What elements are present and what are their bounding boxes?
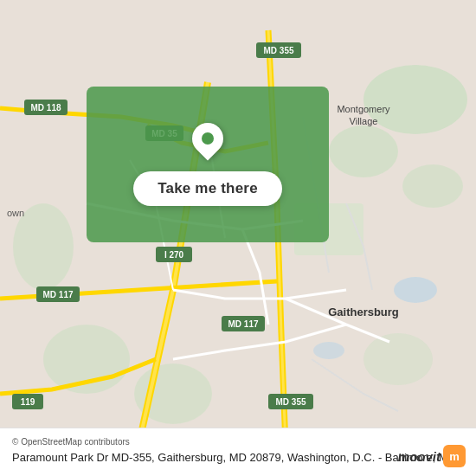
action-overlay: Take me there <box>87 87 329 242</box>
svg-text:m: m <box>449 450 460 463</box>
svg-text:119: 119 <box>21 397 35 407</box>
svg-text:MD 117: MD 117 <box>228 319 258 329</box>
take-me-there-button[interactable]: Take me there <box>133 171 282 206</box>
svg-text:MD 117: MD 117 <box>42 290 73 299</box>
svg-text:Gaithersburg: Gaithersburg <box>328 306 399 318</box>
svg-text:Montgomery: Montgomery <box>337 104 390 114</box>
map-container: MD 355 MD 118 MD 35 I 270 MD 117 MD 117 … <box>0 0 476 476</box>
svg-text:own: own <box>7 208 24 218</box>
svg-text:MD 118: MD 118 <box>30 103 61 113</box>
svg-point-2 <box>329 125 398 177</box>
moovit-icon: m <box>443 445 466 467</box>
openstreetmap-credit: © OpenStreetMap contributors <box>12 437 464 447</box>
svg-point-3 <box>402 164 463 208</box>
moovit-text: moovit <box>398 449 441 464</box>
moovit-logo: moovit m <box>398 445 466 467</box>
svg-point-8 <box>363 333 433 385</box>
address-text: Paramount Park Dr MD-355, Gaithersburg, … <box>12 450 464 466</box>
svg-point-10 <box>313 342 344 359</box>
svg-point-1 <box>363 65 467 134</box>
location-pin-icon <box>192 123 223 161</box>
svg-text:Village: Village <box>350 116 378 126</box>
svg-text:I 270: I 270 <box>164 250 184 260</box>
svg-text:MD 355: MD 355 <box>275 397 306 407</box>
svg-point-9 <box>394 277 437 303</box>
svg-text:MD 355: MD 355 <box>263 46 293 55</box>
info-bar: © OpenStreetMap contributors Paramount P… <box>0 428 476 476</box>
